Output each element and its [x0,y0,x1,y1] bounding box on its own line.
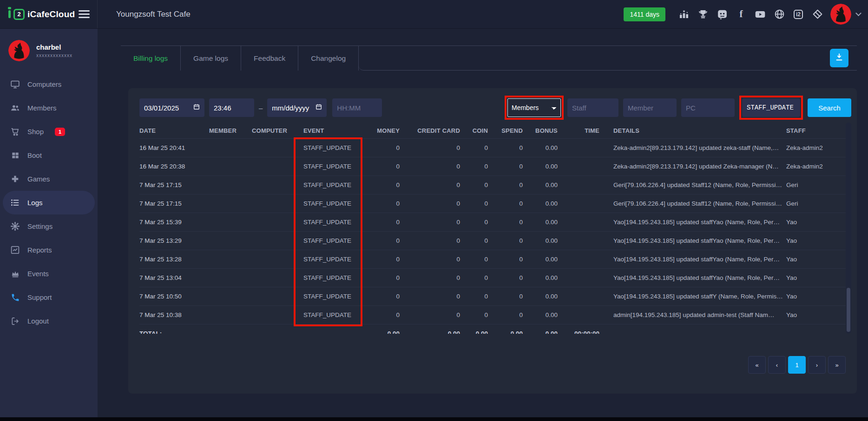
license-days-badge[interactable]: 1411 days [624,7,665,21]
avatar[interactable] [830,4,851,25]
cell-spend: 0 [488,237,523,244]
pc-filter-input[interactable] [686,104,730,112]
table-row[interactable]: 7 Mar 25 17:15 STAFF_UPDATE 0 0 0 0 0.00… [139,175,846,194]
cell-event: STAFF_UPDATE [303,219,367,226]
table-row[interactable]: 7 Mar 25 13:29 STAFF_UPDATE 0 0 0 0 0.00… [139,231,846,250]
table-body: 16 Mar 25 20:41 STAFF_UPDATE 0 0 0 0 0.0… [139,138,851,324]
end-time-input[interactable] [337,104,377,112]
cell-money: 0 [367,219,400,226]
youngzsoft-icon[interactable] [811,8,823,20]
sidebar-item-logs[interactable]: Logs [3,191,95,214]
tab-game-logs[interactable]: Game logs [181,46,241,71]
range-separator: – [259,104,263,112]
table-row[interactable]: 7 Mar 25 17:15 STAFF_UPDATE 0 0 0 0 0.00… [139,194,846,213]
table-row[interactable]: 16 Mar 25 20:41 STAFF_UPDATE 0 0 0 0 0.0… [139,138,846,157]
cell-details: admin[194.195.243.185] updated admin-tes… [599,311,785,318]
cell-bonus: 0.00 [523,181,558,188]
sidebar-item-reports[interactable]: Reports [3,238,95,262]
table-row[interactable]: 7 Mar 25 10:38 STAFF_UPDATE 0 0 0 0 0.00… [139,305,846,324]
sidebar-item-settings[interactable]: Settings [3,214,95,238]
col-header-coin: COIN [460,127,488,134]
cell-credit-card: 0 [400,237,460,244]
cell-money: 0 [367,144,400,151]
tab-changelog[interactable]: Changelog [298,46,359,71]
table-row[interactable]: 7 Mar 25 13:04 STAFF_UPDATE 0 0 0 0 0.00… [139,268,846,287]
sidebar-item-events[interactable]: Events [3,262,95,285]
event-filter-field[interactable] [742,98,800,117]
icafecloud-mark-icon[interactable]: i2 [792,8,804,20]
discord-icon[interactable] [716,8,728,20]
cell-staff: Zeka-admin2 [785,144,846,151]
billing-logs-panel: – Members [128,88,857,394]
end-date-input[interactable] [272,104,313,112]
page-1-button[interactable]: 1 [788,356,806,374]
table-row[interactable]: 16 Mar 25 20:38 STAFF_UPDATE 0 0 0 0 0.0… [139,157,846,175]
trophy-icon[interactable] [697,8,709,20]
cell-money: 0 [367,237,400,244]
chart-icon [10,245,20,255]
sidebar-item-computers[interactable]: Computers [3,72,95,96]
start-date-field[interactable] [139,98,204,117]
start-date-input[interactable] [144,104,191,112]
cell-bonus: 0.00 [523,219,558,226]
page-next-button[interactable]: › [808,356,826,374]
globe-icon[interactable] [773,8,785,20]
end-date-field[interactable] [267,98,327,117]
logs-tabs: Billing logs Game logs Feedback Changelo… [121,45,857,71]
cell-staff: Geri [785,200,846,207]
leaderboard-icon[interactable] [678,8,690,20]
sidebar-item-boot[interactable]: Boot [3,143,95,167]
col-header-details: DETAILS [599,127,785,134]
sidebar-item-logout[interactable]: Logout [3,309,95,333]
total-credit-card: 0.00 [400,330,460,334]
total-spend: 0.00 [488,330,523,334]
sidebar-item-games[interactable]: Games [3,167,95,191]
sidebar-item-support[interactable]: Support [3,285,95,309]
log-type-select[interactable]: Members [507,98,561,117]
cell-coin: 0 [460,144,488,151]
table-row[interactable]: 7 Mar 25 10:50 STAFF_UPDATE 0 0 0 0 0.00… [139,287,846,305]
page-last-button[interactable]: » [828,356,846,374]
end-time-field[interactable] [332,98,382,117]
cell-event: STAFF_UPDATE [303,144,367,151]
sidebar-item-members[interactable]: Members [3,96,95,120]
start-time-field[interactable] [209,98,254,117]
cell-coin: 0 [460,200,488,207]
download-button[interactable] [830,49,848,67]
table-row[interactable]: 7 Mar 25 15:39 STAFF_UPDATE 0 0 0 0 0.00… [139,213,846,231]
page-first-button[interactable]: « [748,356,766,374]
cell-credit-card: 0 [400,311,460,318]
user-profile[interactable]: charbel xxxxxxxxxxxxx [0,36,98,72]
logo-text: iCafeCloud [27,9,75,19]
col-header-spend: SPEND [488,127,523,134]
search-button[interactable]: Search [808,98,851,117]
member-filter-field[interactable] [623,98,677,117]
page-prev-button[interactable]: ‹ [768,356,786,374]
tab-billing-logs[interactable]: Billing logs [121,46,181,71]
sidebar-item-shop[interactable]: Shop 1 [3,120,95,143]
cell-details: Yao[194.195.243.185] updated staffYao (N… [599,274,785,281]
youtube-icon[interactable] [754,8,766,20]
staff-filter-field[interactable] [567,98,618,117]
col-header-money: MONEY [367,127,400,134]
table-row[interactable]: 7 Mar 25 13:28 STAFF_UPDATE 0 0 0 0 0.00… [139,250,846,268]
scrollbar-thumb[interactable] [847,288,850,332]
cell-details: Yao[194.195.243.185] updated staffYao (N… [599,237,785,244]
col-header-member: MEMBER [209,127,252,134]
staff-filter-input[interactable] [572,104,614,112]
facebook-icon[interactable]: f [735,8,747,20]
list-icon [10,198,20,207]
chevron-down-icon[interactable] [855,10,861,16]
icafecloud-logo[interactable]: 2 iCafeCloud [8,9,75,20]
event-filter-input[interactable] [747,104,796,111]
games-icon [10,174,20,184]
tab-feedback[interactable]: Feedback [241,46,298,71]
cell-bonus: 0.00 [523,144,558,151]
start-time-input[interactable] [214,104,250,112]
table-scrollbar[interactable] [846,123,851,334]
cell-date: 7 Mar 25 13:04 [139,274,209,281]
pc-filter-field[interactable] [681,98,735,117]
hamburger-menu-icon[interactable] [79,10,90,18]
total-coin: 0.00 [460,330,488,334]
member-filter-input[interactable] [628,104,672,112]
